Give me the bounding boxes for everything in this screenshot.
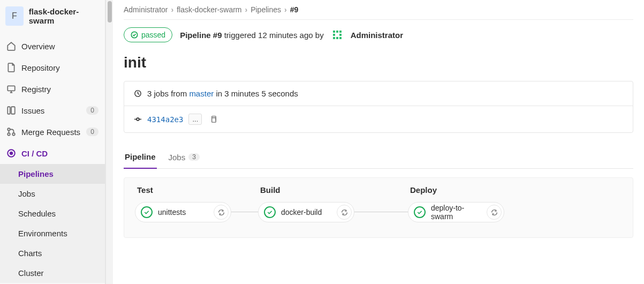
job-unittests[interactable]: unittests <box>135 202 231 222</box>
pipeline-graph: Test unittests Build docker-build Depl <box>124 177 633 238</box>
tab-jobs-label: Jobs <box>169 153 186 162</box>
stage-title: Test <box>135 185 231 195</box>
sidebar-scrollbar[interactable] <box>105 0 113 284</box>
stage-test: Test unittests <box>135 185 231 222</box>
retry-button[interactable] <box>337 205 352 220</box>
status-badge-passed[interactable]: passed <box>124 27 172 42</box>
jobs-summary-row: 3 jobs from master in 3 minutes 5 second… <box>124 81 633 106</box>
mr-count: 0 <box>86 128 99 136</box>
check-circle-icon <box>131 31 138 39</box>
monitor-icon <box>6 84 16 94</box>
job-deploy-to-swarm[interactable]: deploy-to-swarm <box>408 202 504 222</box>
breadcrumb: Administrator › flask-docker-swarm › Pip… <box>124 5 633 20</box>
sidebar-item-label: CI / CD <box>21 149 48 158</box>
sidebar-item-issues[interactable]: Issues 0 <box>0 100 105 121</box>
breadcrumb-item[interactable]: Administrator <box>124 5 168 14</box>
job-name: docker-build <box>281 208 331 216</box>
chevron-right-icon: › <box>245 5 248 14</box>
svg-rect-12 <box>336 31 338 33</box>
svg-rect-1 <box>7 107 10 114</box>
job-docker-build[interactable]: docker-build <box>258 202 354 222</box>
stage-connector <box>354 212 408 212</box>
breadcrumb-item: #9 <box>290 5 299 14</box>
project-avatar: F <box>5 6 24 26</box>
merge-icon <box>6 127 16 137</box>
svg-rect-2 <box>11 107 15 114</box>
retry-button[interactable] <box>487 205 502 220</box>
stage-build: Build docker-build <box>258 185 354 222</box>
commit-row: 4314a2e3 ... <box>124 106 633 132</box>
jobs-summary-text: 3 jobs from master in 3 minutes 5 second… <box>147 89 298 98</box>
issues-count: 0 <box>86 106 99 115</box>
sidebar-item-repository[interactable]: Repository <box>0 57 105 78</box>
clock-icon <box>134 89 142 98</box>
job-name: unittests <box>158 208 208 216</box>
jobs-suffix: in 3 minutes 5 seconds <box>214 89 298 98</box>
svg-rect-16 <box>333 37 335 39</box>
author-name[interactable]: Administrator <box>351 31 403 40</box>
expand-commit-button[interactable]: ... <box>188 114 202 125</box>
trigger-text: triggered 12 minutes ago by <box>222 31 324 40</box>
breadcrumb-item[interactable]: flask-docker-swarm <box>177 5 241 14</box>
tab-jobs[interactable]: Jobs 3 <box>168 147 201 168</box>
commit-icon <box>134 115 142 123</box>
sidebar-item-label: Merge Requests <box>21 128 80 137</box>
copy-icon[interactable] <box>209 115 217 123</box>
file-icon <box>6 63 16 72</box>
stage-title: Build <box>258 185 354 195</box>
sidebar-item-label: Repository <box>21 63 60 72</box>
job-name: deploy-to-swarm <box>431 204 481 221</box>
subnav-jobs[interactable]: Jobs <box>0 184 105 204</box>
jobs-prefix: 3 jobs from <box>147 89 189 98</box>
branch-link[interactable]: master <box>189 89 214 98</box>
subnav-environments[interactable]: Environments <box>0 223 105 243</box>
svg-rect-0 <box>7 86 15 91</box>
sidebar-item-overview[interactable]: Overview <box>0 35 105 57</box>
svg-rect-20 <box>212 118 216 122</box>
refresh-icon <box>341 209 348 216</box>
pipeline-info-panel: 3 jobs from master in 3 minutes 5 second… <box>124 81 633 133</box>
issues-icon <box>6 106 16 115</box>
subnav-schedules[interactable]: Schedules <box>0 204 105 223</box>
sidebar-item-merge-requests[interactable]: Merge Requests 0 <box>0 121 105 143</box>
stages-row: Test unittests Build docker-build Depl <box>135 185 622 222</box>
status-text: passed <box>141 31 165 39</box>
content-area: Administrator › flask-docker-swarm › Pip… <box>113 0 644 284</box>
scrollbar-thumb[interactable] <box>108 1 112 23</box>
cicd-icon <box>6 148 16 158</box>
sidebar-item-registry[interactable]: Registry <box>0 78 105 100</box>
svg-point-19 <box>137 118 139 121</box>
svg-point-3 <box>7 128 10 131</box>
svg-rect-17 <box>339 37 342 39</box>
pipeline-id: Pipeline #9 <box>180 31 222 40</box>
status-passed-icon <box>414 206 426 218</box>
status-passed-icon <box>264 206 276 218</box>
sidebar-item-cicd[interactable]: CI / CD <box>0 143 105 164</box>
retry-button[interactable] <box>214 205 229 220</box>
breadcrumb-item[interactable]: Pipelines <box>251 5 281 14</box>
project-header[interactable]: F flask-docker-swarm <box>0 0 105 35</box>
sidebar-nav: Overview Repository Registry Issues 0 Me… <box>0 35 105 164</box>
svg-rect-13 <box>333 34 335 36</box>
author-avatar[interactable] <box>331 29 343 41</box>
project-name: flask-docker-swarm <box>29 7 100 26</box>
pipeline-header: passed Pipeline #9 triggered 12 minutes … <box>124 27 633 42</box>
subnav-pipelines[interactable]: Pipelines <box>0 164 105 184</box>
subnav-charts[interactable]: Charts <box>0 243 105 263</box>
refresh-icon <box>218 209 225 216</box>
home-icon <box>6 41 16 51</box>
chevron-right-icon: › <box>171 5 173 14</box>
jobs-count-badge: 3 <box>188 153 200 161</box>
svg-point-5 <box>12 133 15 136</box>
sidebar-item-label: Issues <box>21 106 44 115</box>
stage-connector <box>231 212 258 212</box>
pipeline-header-text: Pipeline #9 triggered 12 minutes ago by <box>180 31 324 40</box>
svg-point-7 <box>10 152 13 155</box>
commit-sha-link[interactable]: 4314a2e3 <box>147 115 183 124</box>
tab-pipeline[interactable]: Pipeline <box>124 147 157 169</box>
page-title: init <box>124 54 633 71</box>
stage-title: Deploy <box>408 185 504 195</box>
identicon-icon <box>331 29 343 41</box>
cicd-subnav: Pipelines Jobs Schedules Environments Ch… <box>0 164 105 283</box>
subnav-cluster[interactable]: Cluster <box>0 263 105 283</box>
